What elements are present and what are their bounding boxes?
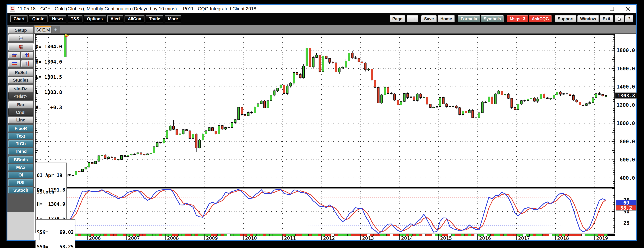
svg-text:2010: 2010 [245, 235, 257, 241]
stochastic-value-box: SSK= 69.02 SSD= 58.25 [35, 219, 76, 248]
svg-text:800.0: 800.0 [620, 139, 635, 145]
price-chart[interactable]: 1800.01600.01400.01200.01000.0800.0600.0… [0, 0, 644, 248]
svg-text:400.0: 400.0 [620, 175, 635, 181]
svg-text:2007: 2007 [128, 235, 140, 241]
svg-text:1400.0: 1400.0 [616, 84, 635, 90]
svg-text:2009: 2009 [206, 235, 218, 241]
svg-text:2016: 2016 [479, 235, 491, 241]
svg-text:2012: 2012 [323, 235, 335, 241]
svg-text:1200.0: 1200.0 [616, 102, 635, 108]
svg-text:1303.8: 1303.8 [617, 93, 635, 99]
svg-text:2019: 2019 [596, 235, 608, 241]
svg-text:2008: 2008 [167, 235, 179, 241]
svg-text:58.2: 58.2 [620, 205, 632, 211]
svg-text:1800.0: 1800.0 [616, 47, 635, 53]
stochastic-panel-label: SStoch [36, 189, 54, 195]
ohlc-readout: O= 1304.0 H= 1304.0 L= 1301.5 L= 1303.8 … [36, 34, 62, 120]
svg-text:2015: 2015 [440, 235, 452, 241]
svg-text:2006: 2006 [89, 235, 101, 241]
axis-corner-box [35, 233, 40, 240]
svg-text:2014: 2014 [401, 235, 413, 241]
svg-text:1000.0: 1000.0 [616, 120, 635, 126]
svg-text:1600.0: 1600.0 [616, 66, 635, 72]
svg-text:2013: 2013 [362, 235, 374, 241]
svg-text:600.0: 600.0 [620, 157, 635, 163]
svg-text:2018: 2018 [557, 235, 569, 241]
svg-text:2011: 2011 [284, 235, 296, 241]
desktop: 11:05:18 GCE - Gold (Globex), Monthly Co… [0, 0, 644, 248]
svg-text:25: 25 [623, 220, 630, 226]
svg-text:2017: 2017 [518, 235, 530, 241]
svg-text:69: 69 [623, 200, 629, 206]
